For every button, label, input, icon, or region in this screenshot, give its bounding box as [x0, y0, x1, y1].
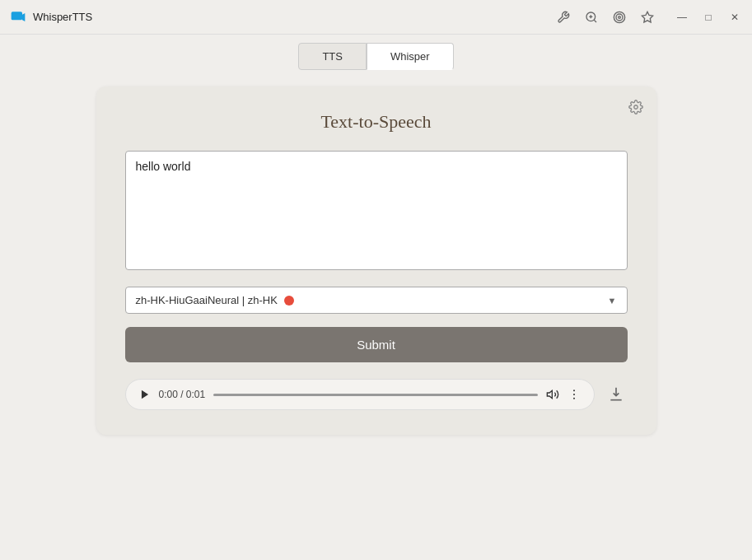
svg-point-12	[573, 390, 575, 391]
tts-card: Text-to-Speech hello world zh-HK-HiuGaai…	[96, 86, 656, 435]
tab-tts[interactable]: TTS	[298, 43, 367, 70]
window-controls: — □ ✕	[675, 10, 742, 25]
zoom-icon[interactable]	[584, 10, 599, 25]
audio-time: 0:00 / 0:01	[159, 389, 206, 400]
app-title: WhisperTTS	[33, 11, 92, 23]
download-button[interactable]	[605, 383, 628, 406]
close-button[interactable]: ✕	[727, 10, 742, 25]
card-settings-icon[interactable]	[628, 100, 643, 118]
svg-marker-11	[547, 390, 552, 398]
tab-whisper[interactable]: Whisper	[367, 43, 454, 70]
voice-selector-left: zh-HK-HiuGaaiNeural | zh-HK	[136, 294, 294, 306]
svg-point-14	[573, 398, 575, 399]
audio-more-button[interactable]	[568, 388, 581, 401]
titlebar-left: WhisperTTS	[10, 9, 92, 26]
star-icon[interactable]	[640, 10, 655, 25]
svg-point-5	[614, 12, 624, 22]
svg-rect-0	[12, 12, 22, 20]
titlebar: WhisperTTS — □ ✕	[0, 0, 752, 35]
audio-player: 0:00 / 0:01	[125, 379, 595, 410]
play-button[interactable]	[139, 389, 151, 400]
svg-line-2	[594, 20, 596, 22]
titlebar-controls: — □ ✕	[556, 10, 742, 25]
svg-marker-8	[642, 12, 652, 22]
voice-selector-wrapper: zh-HK-HiuGaaiNeural | zh-HK ▼	[125, 287, 628, 314]
maximize-button[interactable]: □	[701, 10, 716, 25]
svg-point-6	[616, 14, 623, 21]
main-content: Text-to-Speech hello world zh-HK-HiuGaai…	[0, 70, 752, 560]
voice-name: zh-HK-HiuGaaiNeural | zh-HK	[136, 294, 278, 306]
submit-button[interactable]: Submit	[125, 327, 628, 362]
card-title: Text-to-Speech	[125, 111, 628, 133]
svg-point-13	[573, 394, 575, 395]
svg-point-7	[619, 16, 621, 18]
minimize-button[interactable]: —	[675, 10, 689, 25]
svg-marker-10	[141, 390, 147, 399]
settings-icon[interactable]	[556, 10, 571, 25]
svg-point-9	[633, 105, 638, 110]
voice-chevron-icon: ▼	[608, 296, 617, 306]
voice-status-dot	[284, 296, 294, 306]
tts-textarea[interactable]: hello world	[125, 151, 628, 270]
target-icon[interactable]	[612, 10, 627, 25]
audio-row: 0:00 / 0:01	[125, 379, 628, 410]
audio-progress-track[interactable]	[213, 394, 537, 396]
voice-selector[interactable]: zh-HK-HiuGaaiNeural | zh-HK ▼	[125, 287, 628, 314]
audio-volume-button[interactable]	[546, 388, 559, 401]
tabs-bar: TTS Whisper	[0, 35, 752, 70]
app-icon	[10, 9, 26, 26]
